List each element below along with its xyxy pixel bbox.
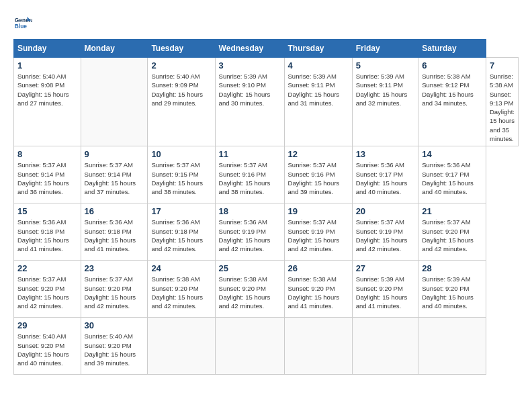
calendar-day-5: 5Sunrise: 5:39 AMSunset: 9:11 PMDaylight… — [352, 58, 418, 146]
calendar-week-2: 8Sunrise: 5:37 AMSunset: 9:14 PMDaylight… — [14, 146, 519, 203]
calendar-header-row: SundayMondayTuesdayWednesdayThursdayFrid… — [14, 40, 519, 58]
calendar-day-2: 2Sunrise: 5:40 AMSunset: 9:09 PMDaylight… — [148, 58, 215, 146]
calendar-day-empty-w5-3 — [215, 318, 284, 375]
logo-icon: General Blue — [13, 13, 32, 32]
calendar-day-21: 21Sunrise: 5:37 AMSunset: 9:20 PMDayligh… — [418, 203, 486, 261]
calendar-day-1: 1Sunrise: 5:40 AMSunset: 9:08 PMDaylight… — [14, 58, 81, 146]
calendar-day-15: 15Sunrise: 5:36 AMSunset: 9:18 PMDayligh… — [14, 203, 81, 261]
column-header-tuesday: Tuesday — [148, 40, 215, 58]
calendar-day-11: 11Sunrise: 5:37 AMSunset: 9:16 PMDayligh… — [215, 146, 284, 203]
column-header-monday: Monday — [81, 40, 148, 58]
calendar-day-26: 26Sunrise: 5:38 AMSunset: 9:20 PMDayligh… — [284, 261, 352, 318]
calendar-day-empty-w1-0 — [81, 58, 148, 146]
calendar-table: SundayMondayTuesdayWednesdayThursdayFrid… — [13, 39, 519, 375]
calendar-day-empty-w5-2 — [148, 318, 215, 375]
calendar-day-18: 18Sunrise: 5:36 AMSunset: 9:19 PMDayligh… — [215, 203, 284, 261]
calendar-week-3: 15Sunrise: 5:36 AMSunset: 9:18 PMDayligh… — [14, 203, 519, 261]
svg-text:Blue: Blue — [15, 23, 27, 30]
calendar-day-28: 28Sunrise: 5:39 AMSunset: 9:20 PMDayligh… — [418, 261, 486, 318]
calendar-day-24: 24Sunrise: 5:38 AMSunset: 9:20 PMDayligh… — [148, 261, 215, 318]
calendar-day-19: 19Sunrise: 5:37 AMSunset: 9:19 PMDayligh… — [284, 203, 352, 261]
page-header: General Blue — [13, 13, 519, 32]
calendar-day-20: 20Sunrise: 5:37 AMSunset: 9:19 PMDayligh… — [352, 203, 418, 261]
calendar-day-23: 23Sunrise: 5:37 AMSunset: 9:20 PMDayligh… — [81, 261, 148, 318]
calendar-day-7: 7Sunrise: 5:38 AMSunset: 9:13 PMDaylight… — [486, 58, 518, 146]
calendar-day-29: 29Sunrise: 5:40 AMSunset: 9:20 PMDayligh… — [14, 318, 81, 375]
calendar-day-8: 8Sunrise: 5:37 AMSunset: 9:14 PMDaylight… — [14, 146, 81, 203]
calendar-day-empty-w5-5 — [352, 318, 418, 375]
column-header-thursday: Thursday — [284, 40, 352, 58]
column-header-sunday: Sunday — [14, 40, 81, 58]
calendar-day-9: 9Sunrise: 5:37 AMSunset: 9:14 PMDaylight… — [81, 146, 148, 203]
column-header-saturday: Saturday — [418, 40, 486, 58]
calendar-day-27: 27Sunrise: 5:39 AMSunset: 9:20 PMDayligh… — [352, 261, 418, 318]
calendar-day-14: 14Sunrise: 5:36 AMSunset: 9:17 PMDayligh… — [418, 146, 486, 203]
calendar-day-empty-w5-4 — [284, 318, 352, 375]
calendar-week-5: 29Sunrise: 5:40 AMSunset: 9:20 PMDayligh… — [14, 318, 519, 375]
calendar-day-3: 3Sunrise: 5:39 AMSunset: 9:10 PMDaylight… — [215, 58, 284, 146]
calendar-day-17: 17Sunrise: 5:36 AMSunset: 9:18 PMDayligh… — [148, 203, 215, 261]
calendar-day-12: 12Sunrise: 5:37 AMSunset: 9:16 PMDayligh… — [284, 146, 352, 203]
calendar-day-4: 4Sunrise: 5:39 AMSunset: 9:11 PMDaylight… — [284, 58, 352, 146]
column-header-friday: Friday — [352, 40, 418, 58]
calendar-day-22: 22Sunrise: 5:37 AMSunset: 9:20 PMDayligh… — [14, 261, 81, 318]
calendar-day-16: 16Sunrise: 5:36 AMSunset: 9:18 PMDayligh… — [81, 203, 148, 261]
calendar-day-6: 6Sunrise: 5:38 AMSunset: 9:12 PMDaylight… — [418, 58, 486, 146]
calendar-day-30: 30Sunrise: 5:40 AMSunset: 9:20 PMDayligh… — [81, 318, 148, 375]
calendar-day-25: 25Sunrise: 5:38 AMSunset: 9:20 PMDayligh… — [215, 261, 284, 318]
calendar-day-10: 10Sunrise: 5:37 AMSunset: 9:15 PMDayligh… — [148, 146, 215, 203]
calendar-week-4: 22Sunrise: 5:37 AMSunset: 9:20 PMDayligh… — [14, 261, 519, 318]
logo: General Blue — [13, 13, 35, 32]
calendar-day-13: 13Sunrise: 5:36 AMSunset: 9:17 PMDayligh… — [352, 146, 418, 203]
column-header-wednesday: Wednesday — [215, 40, 284, 58]
calendar-week-1: 1Sunrise: 5:40 AMSunset: 9:08 PMDaylight… — [14, 58, 519, 146]
calendar-day-empty-w5-6 — [418, 318, 486, 375]
